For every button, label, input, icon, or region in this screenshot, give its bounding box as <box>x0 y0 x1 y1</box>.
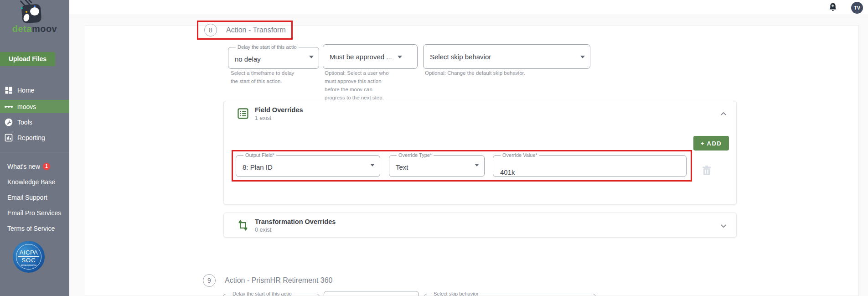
transformation-overrides-transform-icon <box>237 219 249 232</box>
step9-approver-select[interactable] <box>324 291 419 296</box>
step9-skip-label: Select skip behavior <box>432 291 480 296</box>
output-field-select[interactable]: Output Field* 8: Plan ID <box>236 152 380 177</box>
soc-badge-line2: SOC <box>16 257 41 264</box>
sidebar-link-whats-new[interactable]: What's new 1 <box>7 162 50 171</box>
dropdown-caret-icon <box>309 56 314 58</box>
sidebar-item-label: Tools <box>17 119 32 126</box>
step9-delay-label: Delay the start of this actio <box>231 291 294 296</box>
sidebar-link-knowledge-base[interactable]: Knowledge Base <box>7 178 55 186</box>
aicpa-soc-badge[interactable]: AICPA SOC aicpa.org/soc4so <box>13 241 45 273</box>
sidebar: detamoov Upload Files Home moovs Tools <box>0 0 69 296</box>
approver-helper-text: Optional: Select a user whomust approve … <box>325 69 416 102</box>
sidebar-item-label: Reporting <box>17 134 45 141</box>
brand-wordmark: detamoov <box>0 24 69 34</box>
soc-badge-line1: AICPA <box>18 249 40 257</box>
dropdown-caret-icon <box>580 56 585 58</box>
home-dashboard-icon <box>4 86 13 95</box>
chevron-down-icon[interactable] <box>720 222 727 229</box>
approver-select[interactable]: Must be approved ... <box>323 44 418 69</box>
sidebar-item-home[interactable]: Home <box>0 83 69 97</box>
override-type-value: Text <box>396 163 408 171</box>
override-value-label: Override Value* <box>501 152 539 158</box>
delay-select[interactable]: Delay the start of this actio no delay <box>228 44 319 69</box>
field-overrides-count: 1 exist <box>255 115 271 121</box>
skip-behavior-select-value: Select skip behavior <box>430 53 491 61</box>
upload-files-button[interactable]: Upload Files <box>0 52 55 66</box>
field-overrides-title: Field Overrides <box>255 106 303 114</box>
delay-select-value: no delay <box>235 55 261 63</box>
override-type-select[interactable]: Override Type* Text <box>389 152 485 177</box>
tools-wrench-icon <box>4 118 13 127</box>
transformation-overrides-header[interactable]: Transformation Overrides 0 exist <box>224 213 736 238</box>
brand-logo[interactable]: detamoov <box>0 0 69 36</box>
field-overrides-header[interactable]: Field Overrides 1 exist <box>224 101 736 126</box>
dropdown-caret-icon <box>475 164 479 166</box>
skip-helper-text: Optional: Change the default skip behavi… <box>425 69 571 77</box>
sidebar-divider <box>0 152 69 152</box>
step9-delay-select[interactable]: Delay the start of this actio <box>223 291 320 296</box>
transformation-overrides-title: Transformation Overrides <box>255 218 336 225</box>
chevron-up-icon[interactable] <box>720 110 727 118</box>
approver-select-value: Must be approved ... <box>330 53 392 61</box>
app-root: detamoov Upload Files Home moovs Tools <box>0 0 868 296</box>
notifications-bell-icon[interactable] <box>828 2 838 12</box>
step-8-header: 8 Action - Transform <box>197 21 293 40</box>
soc-badge-url: aicpa.org/soc4so <box>16 264 41 266</box>
field-overrides-card: Field Overrides 1 exist + ADD Output Fie… <box>223 101 737 205</box>
moovs-dots-icon <box>4 102 13 111</box>
step9-skip-select[interactable]: Select skip behavior <box>424 291 596 296</box>
step-8-title: Action - Transform <box>226 26 286 34</box>
sidebar-item-reporting[interactable]: Reporting <box>0 131 69 144</box>
override-type-label: Override Type* <box>397 152 434 158</box>
override-value-field[interactable]: Override Value* <box>493 152 687 177</box>
skip-behavior-select[interactable]: Select skip behavior <box>423 44 590 69</box>
sidebar-item-moovs[interactable]: moovs <box>0 100 69 113</box>
override-value-input[interactable] <box>499 158 681 182</box>
user-avatar[interactable]: TV <box>851 2 863 14</box>
brand-logo-icon <box>18 2 42 25</box>
transformation-overrides-card: Transformation Overrides 0 exist <box>223 213 737 238</box>
sidebar-item-label: moovs <box>17 103 36 110</box>
field-overrides-list-icon <box>237 107 249 120</box>
output-field-label: Output Field* <box>243 152 276 158</box>
dropdown-caret-icon <box>370 164 375 166</box>
reporting-chart-icon <box>4 133 13 142</box>
sidebar-item-tools[interactable]: Tools <box>0 115 69 129</box>
transformation-overrides-count: 0 exist <box>255 227 271 233</box>
sidebar-link-terms-of-service[interactable]: Terms of Service <box>7 224 55 233</box>
step-9-title: Action - PrismHR Retirement 360 <box>225 276 333 285</box>
whats-new-count-badge: 1 <box>43 163 50 170</box>
delete-trash-icon[interactable] <box>702 165 712 176</box>
step-9-header: 9 Action - PrismHR Retirement 360 <box>203 273 385 288</box>
sidebar-item-label: Home <box>17 87 34 94</box>
topbar: TV <box>69 0 868 15</box>
delay-helper-text: Select a timeframe to delaythe start of … <box>231 69 317 85</box>
step-8-number: 8 <box>204 24 217 36</box>
dropdown-caret-icon <box>398 56 402 58</box>
delay-select-label: Delay the start of this actio <box>236 44 299 50</box>
sidebar-link-email-pro-services[interactable]: Email Pro Services <box>7 209 61 217</box>
output-field-value: 8: Plan ID <box>243 163 273 171</box>
add-field-override-button[interactable]: + ADD <box>693 136 729 151</box>
step-9-number: 9 <box>203 274 216 287</box>
sidebar-link-email-support[interactable]: Email Support <box>7 193 47 202</box>
